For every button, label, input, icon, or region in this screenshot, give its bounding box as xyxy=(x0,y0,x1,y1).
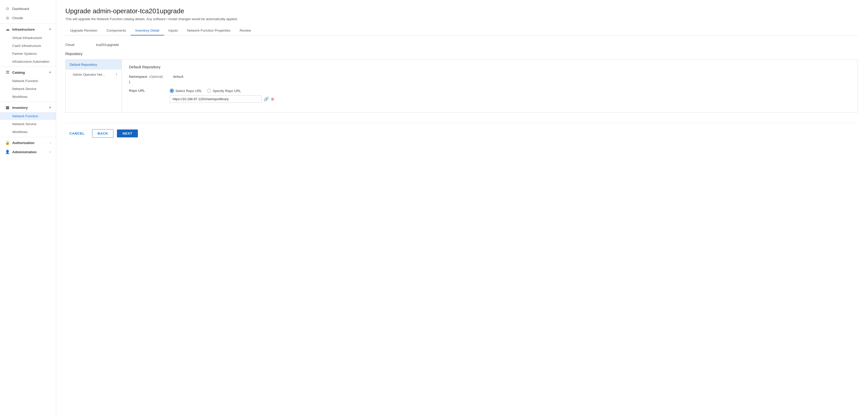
repo-list-item-default[interactable]: Default Repository xyxy=(66,60,122,70)
sidebar-item-dashboard[interactable]: ⊙ Dashboard xyxy=(0,4,56,13)
repo-list-item-default-label: Default Repository xyxy=(70,63,97,67)
sidebar-item-virtual-infrastructure[interactable]: Virtual Infrastructure xyxy=(0,34,56,42)
sidebar-item-partner-systems[interactable]: Partner Systems xyxy=(0,50,56,58)
chevron-right-icon-admin: › xyxy=(50,150,51,154)
sidebar-item-caas-infrastructure[interactable]: CaaS Infrastructure xyxy=(0,42,56,50)
sidebar-item-infrastructure[interactable]: ☁ Infrastructure ▾ xyxy=(0,25,56,34)
radio-specify-repo-url[interactable]: Specify Repo URL xyxy=(207,89,241,93)
sidebar-label-catalog-nf: Network Function xyxy=(12,79,38,83)
sidebar-item-catalog-network-service[interactable]: Network Service xyxy=(0,85,56,93)
sidebar-item-inventory-network-service[interactable]: Network Service xyxy=(0,120,56,128)
sidebar-label-virtual-infrastructure: Virtual Infrastructure xyxy=(12,36,42,40)
dashboard-icon: ⊙ xyxy=(5,6,10,11)
sidebar-item-inventory[interactable]: ▦ Inventory ▾ xyxy=(0,103,56,112)
repo-url-field-row: Repo URL Select Repo URL Specify Repo UR… xyxy=(129,89,850,103)
cloud-field-row: Cloud tca201upgrade xyxy=(65,43,858,47)
sidebar-label-catalog-ns: Network Service xyxy=(12,87,36,91)
radio-select-circle[interactable] xyxy=(170,89,174,93)
url-input[interactable] xyxy=(170,95,262,103)
sidebar-label-inventory: Inventory xyxy=(12,106,28,110)
namespace-field-row: Namespace (Optional) ℹ default xyxy=(129,75,850,84)
tab-network-function-properties[interactable]: Network Function Properties xyxy=(182,26,235,35)
sidebar-item-authorization[interactable]: 🔒 Authorization › xyxy=(0,138,56,147)
cloud-value: tca201upgrade xyxy=(96,43,119,47)
sidebar-label-inventory-nf: Network Function xyxy=(12,114,38,118)
repo-detail: Default Repository Namespace (Optional) … xyxy=(122,60,858,112)
sidebar-label-partner-systems: Partner Systems xyxy=(12,52,37,56)
tab-inputs[interactable]: Inputs xyxy=(164,26,183,35)
sidebar-label-authorization: Authorization xyxy=(12,141,34,145)
back-button[interactable]: BACK xyxy=(92,129,113,138)
sidebar-item-inventory-workflows[interactable]: Workflows xyxy=(0,128,56,136)
chevron-down-icon-catalog: ▾ xyxy=(49,71,51,74)
sidebar-label-catalog-workflows: Workflows xyxy=(12,95,28,99)
inventory-icon: ▦ xyxy=(5,105,10,110)
upload-icon: ↑ xyxy=(115,72,118,77)
sidebar-label-caas-infrastructure: CaaS Infrastructure xyxy=(12,44,41,48)
radio-group-repo-url: Select Repo URL Specify Repo URL xyxy=(170,89,274,93)
chevron-down-icon: ▾ xyxy=(49,28,51,31)
main-content: Upgrade admin-operator-tca201upgrade Thi… xyxy=(56,0,868,416)
sidebar-item-catalog-network-function[interactable]: Network Function xyxy=(0,77,56,85)
sidebar-label-inventory-workflows: Workflows xyxy=(12,130,28,134)
chevron-down-icon-inventory: ▾ xyxy=(49,106,51,109)
tab-upgrade-revision[interactable]: Upgrade Revision xyxy=(65,26,102,35)
chevron-right-icon-auth: › xyxy=(50,141,51,144)
sidebar-label-inventory-ns: Network Service xyxy=(12,122,36,126)
tab-inventory-detail[interactable]: Inventory Detail xyxy=(131,26,164,35)
sidebar-label-dashboard: Dashboard xyxy=(12,7,29,11)
bottom-bar: CANCEL BACK NEXT xyxy=(65,123,858,139)
url-field-row: 🔗 ⊗ xyxy=(170,95,274,103)
sidebar-label-infrastructure-automation: Infrastructure Automation xyxy=(12,60,49,64)
tab-review[interactable]: Review xyxy=(235,26,255,35)
cancel-button[interactable]: CANCEL xyxy=(65,130,89,137)
lock-icon: 🔒 xyxy=(5,140,10,145)
sidebar-label-catalog: Catalog xyxy=(12,71,25,74)
info-icon[interactable]: ℹ xyxy=(129,80,163,84)
repository-label: Repository xyxy=(65,52,858,56)
sidebar-item-infrastructure-automation[interactable]: Infrastructure Automation xyxy=(0,58,56,66)
tabs-bar: Upgrade Revision Components Inventory De… xyxy=(65,26,858,36)
cloud-label: Cloud xyxy=(65,43,96,47)
next-button[interactable]: NEXT xyxy=(117,130,138,137)
radio-select-repo-url[interactable]: Select Repo URL xyxy=(170,89,202,93)
sidebar-item-administration[interactable]: 👤 Administration › xyxy=(0,147,56,157)
repo-detail-title: Default Repository xyxy=(129,65,850,69)
catalog-icon: ☰ xyxy=(5,70,10,75)
radio-specify-circle[interactable] xyxy=(207,89,211,93)
sidebar: ⊙ Dashboard ◎ Clouds ☁ Infrastructure ▾ … xyxy=(0,0,56,416)
sidebar-item-inventory-network-function[interactable]: Network Function xyxy=(0,112,56,120)
infrastructure-icon: ☁ xyxy=(5,27,10,32)
repo-list-item-admin-operator-label: Admin Operator Hel... xyxy=(73,73,105,76)
sidebar-label-administration: Administration xyxy=(12,150,36,154)
tab-components[interactable]: Components xyxy=(102,26,131,35)
close-url-icon[interactable]: ⊗ xyxy=(271,97,274,101)
user-icon: 👤 xyxy=(5,150,10,154)
namespace-value: default xyxy=(173,75,184,78)
page-subtitle: This will upgrade the Network Function c… xyxy=(65,17,858,21)
sidebar-item-catalog-workflows[interactable]: Workflows xyxy=(0,93,56,101)
sidebar-label-clouds: Clouds xyxy=(12,16,23,20)
sidebar-item-catalog[interactable]: ☰ Catalog ▾ xyxy=(0,68,56,77)
clouds-icon: ◎ xyxy=(5,15,10,20)
external-link-icon[interactable]: 🔗 xyxy=(264,97,269,101)
repository-layout: Default Repository Admin Operator Hel...… xyxy=(65,59,858,113)
sidebar-item-clouds[interactable]: ◎ Clouds xyxy=(0,13,56,23)
repo-url-label: Repo URL xyxy=(129,89,160,93)
namespace-label: Namespace (Optional) ℹ xyxy=(129,75,163,84)
page-title: Upgrade admin-operator-tca201upgrade xyxy=(65,7,858,15)
repo-list-item-admin-operator[interactable]: Admin Operator Hel... ↑ xyxy=(66,70,122,79)
repo-list: Default Repository Admin Operator Hel...… xyxy=(66,60,122,112)
sidebar-label-infrastructure: Infrastructure xyxy=(12,28,35,31)
